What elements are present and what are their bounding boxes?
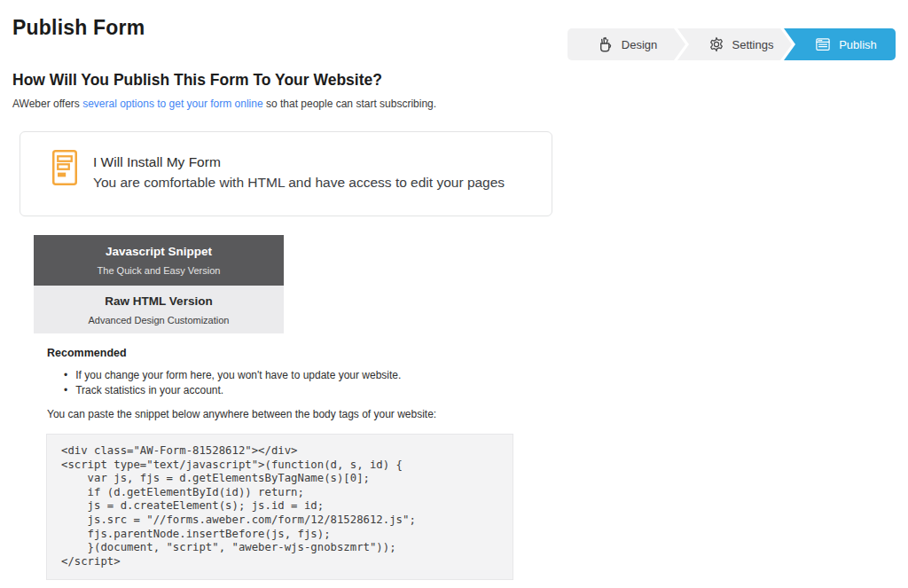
step-publish[interactable]: Publish [784,28,896,60]
code-line: fjs.parentNode.insertBefore(js, fjs); [61,528,498,542]
step-settings[interactable]: Settings [677,28,792,60]
code-line: js = d.createElement(s); js.id = id; [61,499,498,514]
code-line: if (d.getElementById(id)) return; [61,486,498,500]
code-line: <div class="AW-Form-81528612"></div> [61,444,498,459]
code-line: </script> [61,555,498,569]
publish-form-page: Publish Form Design Setti [0,0,908,588]
tab-raw-html-subtitle: Advanced Design Customization [34,315,284,325]
section-heading: How Will You Publish This Form To Your W… [12,71,382,90]
snippet-type-tabs: Javascript Snippet The Quick and Easy Ve… [34,235,284,333]
intro-text: AWeber offers several options to get you… [12,98,436,110]
code-line: js.src = "//forms.aweber.com/form/12/815… [61,514,498,528]
tab-javascript-title: Javascript Snippet [34,245,284,258]
code-snippet-box[interactable]: <div class="AW-Form-81528612"></div> <sc… [46,434,513,580]
card-subtitle: You are comfortable with HTML and have a… [93,172,505,192]
bullet-icon: • [64,383,67,398]
step-design-label: Design [622,38,657,51]
tab-javascript-snippet[interactable]: Javascript Snippet The Quick and Easy Ve… [34,235,284,286]
recommended-bullets: •If you change your form here, you won't… [64,368,401,398]
page-title: Publish Form [12,16,145,40]
card-title: I Will Install My Form [93,152,505,172]
intro-prefix: AWeber offers [12,98,80,110]
pencil-cup-icon [596,35,614,54]
step-design[interactable]: Design [568,28,685,60]
browser-window-icon [814,35,832,53]
list-item: •If you change your form here, you won't… [64,368,401,383]
step-publish-label: Publish [839,38,877,51]
bullet-text: Track statistics in your account. [75,383,223,398]
tab-raw-html[interactable]: Raw HTML Version Advanced Design Customi… [34,286,284,333]
recommended-heading: Recommended [47,347,127,359]
code-line: <script type="text/javascript">(function… [61,459,498,473]
intro-link[interactable]: several options to get your form online [82,98,262,110]
tab-javascript-subtitle: The Quick and Easy Version [34,265,284,276]
bullet-icon: • [64,368,67,383]
code-line: }(document, "script", "aweber-wjs-gnobsz… [61,541,498,555]
wizard-stepper: Design Settings Publish [568,28,896,60]
intro-suffix: so that people can start subscribing. [266,98,436,110]
list-item: •Track statistics in your account. [64,383,401,398]
code-line: var js, fjs = d.getElementsByTagName(s)[… [61,472,498,486]
install-method-card[interactable]: I Will Install My Form You are comfortab… [20,131,552,216]
gear-icon [708,35,725,53]
tab-raw-html-title: Raw HTML Version [34,294,284,308]
bullet-text: If you change your form here, you won't … [75,368,401,383]
paste-instruction: You can paste the snippet below anywhere… [47,408,436,420]
form-document-icon [52,150,77,189]
step-settings-label: Settings [732,38,774,51]
